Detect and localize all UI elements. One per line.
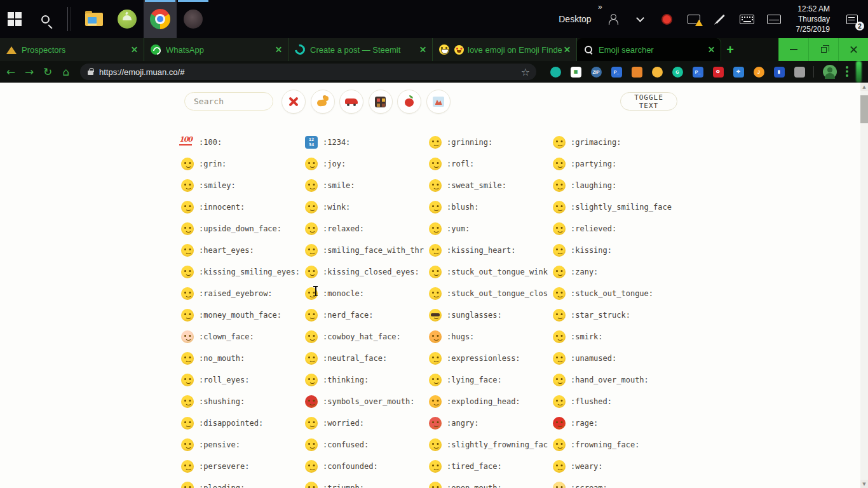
emoji-item-hugs[interactable]: :hugs: <box>429 326 553 348</box>
emoji-item-zany[interactable]: :zany: <box>553 261 677 283</box>
emoji-item-rofl[interactable]: :rofl: <box>429 153 553 175</box>
emoji-item-smiley[interactable]: :smiley: <box>181 175 305 196</box>
emoji-item-smirk[interactable]: :smirk: <box>553 326 677 348</box>
emoji-item-pleading[interactable]: :pleading: <box>181 477 305 488</box>
toggle-text-button[interactable]: TOGGLE TEXT <box>620 92 677 111</box>
emoji-item-partying[interactable]: :partying: <box>553 153 677 175</box>
emoji-item-kissing-smiling-eyes[interactable]: :kissing_smiling_eyes: <box>181 261 305 283</box>
emoji-item-sweat-smile[interactable]: :sweat_smile: <box>429 175 553 196</box>
steemit-ext-icon[interactable] <box>550 67 561 78</box>
chrome-taskbar-button[interactable] <box>144 0 177 38</box>
emoji-item-sunglasses[interactable]: :sunglasses: <box>429 304 553 326</box>
emoji-item-triumph[interactable]: :triumph: <box>305 477 429 488</box>
profile-avatar[interactable] <box>823 65 837 79</box>
red-flower-ext-icon[interactable]: ✿ <box>713 67 724 78</box>
emoji-item-star-struck[interactable]: :star_struck: <box>553 304 677 326</box>
emoji-item-confounded[interactable]: :confounded: <box>305 456 429 477</box>
emoji-item-frowning-face[interactable]: :frowning_face: <box>553 434 677 456</box>
emoji-item-monocle[interactable]: :monocle: <box>305 283 429 304</box>
pen-tray-button[interactable] <box>707 0 734 38</box>
emoji-item-cowboy-hat-face[interactable]: :cowboy_hat_face: <box>305 326 429 348</box>
emoji-item-heart-eyes[interactable]: :heart_eyes: <box>181 240 305 261</box>
taskbar-clock[interactable]: 12:52 AM Thursday 7/25/2019 <box>787 4 836 34</box>
emoji-item-100[interactable]: 100:100: <box>181 132 305 153</box>
record-indicator-button[interactable] <box>654 0 681 38</box>
emoji-item-no-mouth[interactable]: :no_mouth: <box>181 348 305 369</box>
emoji-item-neutral-face[interactable]: :neutral_face: <box>305 348 429 369</box>
emoji-item-expressionless[interactable]: :expressionless: <box>429 348 553 369</box>
emoji-item-slightly-frowning-face[interactable]: :slightly_frowning_face: <box>429 434 553 456</box>
scrollbar-thumb[interactable] <box>860 95 868 123</box>
start-button[interactable] <box>0 0 29 38</box>
tab-create-a-post-steemit[interactable]: Create a post — Steemit <box>288 38 433 61</box>
fox-ext-icon[interactable] <box>632 67 642 78</box>
tab-prospectors[interactable]: Prospectors <box>0 38 144 61</box>
emoji-item-roll-eyes[interactable]: :roll_eyes: <box>181 369 305 391</box>
emoji-item-smiling-face-with-three-hearts[interactable]: :smiling_face_with_three_hearts: <box>305 240 429 261</box>
new-tab-button[interactable]: + <box>721 38 739 61</box>
media-app-button[interactable] <box>177 0 210 38</box>
tab-close-icon[interactable] <box>276 47 281 53</box>
emoji-item-stuck-out-tongue-winking-eye[interactable]: :stuck_out_tongue_winking_eye: <box>429 261 553 283</box>
postman-ext-icon[interactable]: P_ <box>611 67 622 78</box>
emoji-item-unamused[interactable]: :unamused: <box>553 348 677 369</box>
tab-close-icon[interactable] <box>564 47 570 53</box>
emoji-item-grimacing[interactable]: :grimacing: <box>553 132 677 153</box>
emoji-item-stuck-out-tongue[interactable]: :stuck_out_tongue: <box>553 283 677 304</box>
emoji-item-nerd-face[interactable]: :nerd_face: <box>305 304 429 326</box>
browser-menu-button[interactable] <box>846 66 848 78</box>
pinwheel-ext-icon[interactable]: ✣ <box>733 67 744 78</box>
reload-button[interactable]: ↻ <box>40 64 55 79</box>
emoji-item-raised-eyebrow[interactable]: :raised_eyebrow: <box>181 283 305 304</box>
home-button[interactable]: ⌂ <box>58 64 74 79</box>
emoji-item-money-mouth-face[interactable]: :money_mouth_face: <box>181 304 305 326</box>
emoji-item-grin[interactable]: :grin: <box>181 153 305 175</box>
emoji-item-open-mouth[interactable]: :open_mouth: <box>429 477 553 488</box>
clear-filter[interactable] <box>281 90 306 114</box>
emoji-item-1234[interactable]: 12 34:1234: <box>305 132 429 153</box>
emoji-item-kissing[interactable]: :kissing: <box>553 240 677 261</box>
zip-ext-icon[interactable]: ZIP <box>591 67 602 78</box>
food-filter[interactable] <box>369 90 393 114</box>
emoji-item-slightly-smiling-face[interactable]: :slightly_smiling_face: <box>553 196 677 218</box>
emoji-item-persevere[interactable]: :persevere: <box>181 456 305 477</box>
restore-button[interactable] <box>808 38 838 61</box>
emoji-item-angry[interactable]: :angry: <box>429 412 553 434</box>
emoji-item-flushed[interactable]: :flushed: <box>553 391 677 412</box>
emoji-item-thinking[interactable]: :thinking: <box>305 369 429 391</box>
postman2-ext-icon[interactable]: P_ <box>693 67 703 78</box>
forward-button[interactable]: → <box>22 64 37 79</box>
display-tray-button[interactable] <box>681 0 707 38</box>
animal-filter[interactable] <box>311 90 335 114</box>
emoji-item-weary[interactable]: :weary: <box>553 456 677 477</box>
emoji-item-blush[interactable]: :blush: <box>429 196 553 218</box>
emoji-item-relieved[interactable]: :relieved: <box>553 218 677 240</box>
emoji-item-confused[interactable]: :confused: <box>305 434 429 456</box>
qr-ext-icon[interactable]: ▦ <box>571 67 581 78</box>
emoji-item-shushing[interactable]: :shushing: <box>181 391 305 412</box>
emoji-item-innocent[interactable]: :innocent: <box>181 196 305 218</box>
emoji-item-yum[interactable]: :yum: <box>429 218 553 240</box>
tab-whatsapp[interactable]: WhatsApp <box>144 38 288 61</box>
emoji-item-tired-face[interactable]: :tired_face: <box>429 456 553 477</box>
emoji-item-kissing-heart[interactable]: :kissing_heart: <box>429 240 553 261</box>
emoji-item-rage[interactable]: :rage: <box>553 412 677 434</box>
close-button[interactable] <box>838 38 868 61</box>
bulb-ext-icon[interactable] <box>652 67 663 78</box>
scrollbar-up-button[interactable]: ▲ <box>860 83 868 91</box>
grammarly-ext-icon[interactable]: G <box>672 67 683 78</box>
swoosh-ext-icon[interactable]: J <box>754 67 764 78</box>
address-bar[interactable]: https://emoji.muan.co/# ☆ <box>80 64 536 80</box>
emoji-item-grinning[interactable]: :grinning: <box>429 132 553 153</box>
android-studio-button[interactable] <box>111 0 144 38</box>
desktop-toolbar[interactable]: Desktop » <box>550 0 600 38</box>
emoji-item-pensive[interactable]: :pensive: <box>181 434 305 456</box>
touchpad-tray-button[interactable] <box>761 0 787 38</box>
search-input[interactable] <box>184 92 273 111</box>
taskbar-search-button[interactable] <box>29 0 61 38</box>
bookmark-star-icon[interactable]: ☆ <box>521 66 530 78</box>
emoji-item-exploding-head[interactable]: :exploding_head: <box>429 391 553 412</box>
action-center-button[interactable]: 2 <box>836 0 868 38</box>
emoji-item-joy[interactable]: :joy: <box>305 153 429 175</box>
scrollbar-track[interactable] <box>860 83 868 488</box>
